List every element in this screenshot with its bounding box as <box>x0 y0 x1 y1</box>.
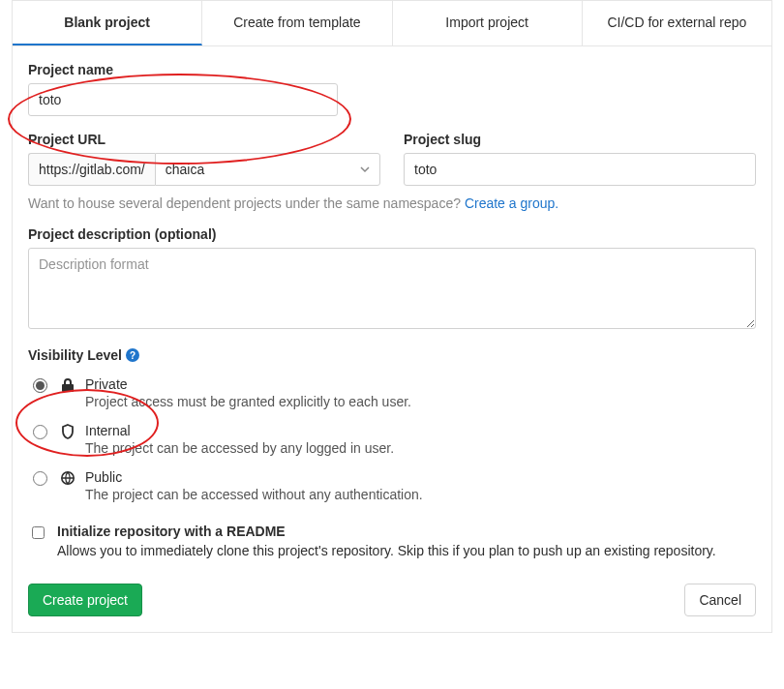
tab-cicd-external-repo[interactable]: CI/CD for external repo <box>583 1 771 45</box>
tab-import-project[interactable]: Import project <box>393 1 583 45</box>
blank-project-panel: Project name Project URL https://gitlab.… <box>12 45 772 633</box>
tab-blank-project[interactable]: Blank project <box>13 1 202 45</box>
namespace-helper-prefix: Want to house several dependent projects… <box>28 195 465 211</box>
visibility-public-radio[interactable] <box>33 471 47 486</box>
project-url-prefix: https://gitlab.com/ <box>28 153 155 186</box>
visibility-internal-desc: The project can be accessed by any logge… <box>85 440 394 456</box>
project-name-label: Project name <box>28 62 756 77</box>
project-name-input[interactable] <box>28 83 338 116</box>
visibility-private-desc: Project access must be granted explicitl… <box>85 394 411 409</box>
visibility-private-radio[interactable] <box>33 378 47 393</box>
visibility-level-label: Visibility Level <box>28 347 122 363</box>
visibility-internal-radio[interactable] <box>33 425 47 439</box>
project-url-group: https://gitlab.com/ chaica <box>28 153 380 186</box>
tab-create-from-template[interactable]: Create from template <box>202 1 392 45</box>
chevron-down-icon <box>360 162 370 177</box>
cancel-button[interactable]: Cancel <box>684 584 756 616</box>
visibility-internal-title: Internal <box>85 423 394 438</box>
namespace-select[interactable]: chaica <box>155 153 380 186</box>
visibility-private-title: Private <box>85 376 411 392</box>
project-create-tabs: Blank project Create from template Impor… <box>12 0 772 45</box>
namespace-selected-value: chaica <box>166 162 204 177</box>
project-url-label: Project URL <box>28 132 380 147</box>
project-description-label: Project description (optional) <box>28 226 756 242</box>
initialize-readme-title: Initialize repository with a README <box>57 524 756 539</box>
visibility-public-title: Public <box>85 469 423 485</box>
project-slug-label: Project slug <box>404 132 756 147</box>
create-group-link[interactable]: Create a group. <box>465 195 558 211</box>
project-description-textarea[interactable] <box>28 248 756 329</box>
lock-icon <box>60 377 75 393</box>
visibility-public-desc: The project can be accessed without any … <box>85 487 423 502</box>
help-icon[interactable]: ? <box>126 348 139 362</box>
shield-icon <box>60 424 75 439</box>
create-project-button[interactable]: Create project <box>28 584 142 616</box>
initialize-readme-checkbox[interactable] <box>32 526 45 539</box>
globe-icon <box>60 470 75 486</box>
initialize-readme-desc: Allows you to immediately clone this pro… <box>57 543 756 558</box>
namespace-helper-text: Want to house several dependent projects… <box>28 195 756 211</box>
project-slug-input[interactable] <box>404 153 756 186</box>
